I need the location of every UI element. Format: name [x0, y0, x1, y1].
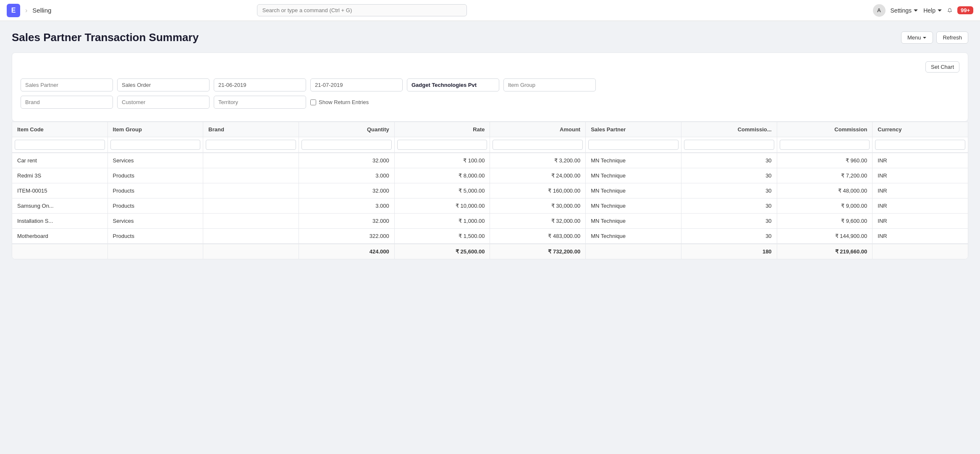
page: Sales Partner Transaction Summary Menu R… — [0, 21, 980, 269]
table-cell: ₹ 9,000.00 — [777, 198, 873, 214]
column-filter-row — [12, 137, 968, 153]
filter-rate-input[interactable] — [397, 140, 487, 150]
total-cell: 424.000 — [299, 244, 395, 259]
table-cell: MN Technique — [586, 183, 681, 198]
filter-item-group — [107, 137, 203, 153]
col-currency: Currency — [873, 122, 968, 137]
data-table: Item Code Item Group Brand Quantity Rate… — [12, 122, 968, 259]
table-row: Car rentServices32.000₹ 100.00₹ 3,200.00… — [12, 153, 968, 168]
filter-brand-input[interactable] — [206, 140, 296, 150]
total-cell: 180 — [681, 244, 777, 259]
table-header: Item Code Item Group Brand Quantity Rate… — [12, 122, 968, 137]
table-cell: ₹ 1,000.00 — [394, 214, 490, 229]
filter-commission-input[interactable] — [780, 140, 870, 150]
table-cell: Motherboard — [12, 229, 107, 244]
table-cell: ₹ 144,900.00 — [777, 229, 873, 244]
table-row: Redmi 3SProducts3.000₹ 8,000.00₹ 24,000.… — [12, 168, 968, 183]
app-icon[interactable]: E — [7, 4, 20, 17]
sales-partner-input[interactable] — [21, 78, 113, 91]
table-cell: 32.000 — [299, 183, 395, 198]
customer-input[interactable] — [117, 96, 210, 109]
table-cell: Redmi 3S — [12, 168, 107, 183]
table-cell: MN Technique — [586, 198, 681, 214]
refresh-button[interactable]: Refresh — [936, 31, 968, 44]
table-cell: 30 — [681, 183, 777, 198]
nav-separator: › — [25, 7, 27, 14]
filter-item-group-input[interactable] — [110, 140, 201, 150]
total-cell: ₹ 219,660.00 — [777, 244, 873, 259]
table-cell: Installation S... — [12, 214, 107, 229]
total-cell — [12, 244, 107, 259]
header-buttons: Menu Refresh — [901, 31, 968, 44]
set-chart-button[interactable]: Set Chart — [925, 61, 959, 73]
table-cell: 322.000 — [299, 229, 395, 244]
item-group-input[interactable] — [503, 78, 596, 91]
table-cell: 32.000 — [299, 153, 395, 168]
table-cell: ₹ 8,000.00 — [394, 168, 490, 183]
menu-button[interactable]: Menu — [901, 31, 933, 44]
table-cell: 3.000 — [299, 198, 395, 214]
filter-sales-partner-input[interactable] — [588, 140, 679, 150]
total-cell: ₹ 732,200.00 — [490, 244, 586, 259]
set-chart-row: Set Chart — [21, 61, 959, 73]
avatar[interactable]: A — [873, 4, 886, 17]
table-cell — [203, 229, 299, 244]
filter-currency-input[interactable] — [875, 140, 965, 150]
table-cell: ₹ 5,000.00 — [394, 183, 490, 198]
table-cell: INR — [873, 229, 968, 244]
filter-commission-rate-input[interactable] — [684, 140, 774, 150]
table-cell: ₹ 3,200.00 — [490, 153, 586, 168]
col-commission: Commission — [777, 122, 873, 137]
col-item-code: Item Code — [12, 122, 107, 137]
notifications-badge[interactable]: 99+ — [957, 6, 973, 14]
table-cell: ₹ 960.00 — [777, 153, 873, 168]
sales-order-input[interactable] — [117, 78, 210, 91]
filter-brand — [203, 137, 299, 153]
table-cell: Services — [107, 153, 203, 168]
table-cell: ₹ 32,000.00 — [490, 214, 586, 229]
filter-row-1 — [21, 78, 959, 91]
total-cell — [586, 244, 681, 259]
table-cell: ₹ 7,200.00 — [777, 168, 873, 183]
filter-amount-input[interactable] — [493, 140, 583, 150]
table-cell: MN Technique — [586, 229, 681, 244]
from-date-input[interactable] — [214, 78, 306, 91]
show-return-checkbox[interactable] — [310, 99, 316, 105]
table-cell: 30 — [681, 214, 777, 229]
filter-commission-rate — [681, 137, 777, 153]
search-input[interactable] — [257, 4, 467, 16]
settings-button[interactable]: Settings — [891, 7, 919, 14]
total-cell — [203, 244, 299, 259]
table-cell: MN Technique — [586, 153, 681, 168]
page-header: Sales Partner Transaction Summary Menu R… — [12, 31, 968, 44]
to-date-input[interactable] — [310, 78, 403, 91]
table-cell: INR — [873, 183, 968, 198]
table-cell — [203, 198, 299, 214]
filter-quantity-input[interactable] — [301, 140, 392, 150]
table-cell: ₹ 160,000.00 — [490, 183, 586, 198]
col-brand: Brand — [203, 122, 299, 137]
table-cell — [203, 183, 299, 198]
table-cell: MN Technique — [586, 214, 681, 229]
col-commission-rate-header: Commissio... — [681, 122, 777, 137]
table-cell: ITEM-00015 — [12, 183, 107, 198]
brand-input[interactable] — [21, 96, 113, 109]
table-cell: INR — [873, 168, 968, 183]
table-row: Installation S...Services32.000₹ 1,000.0… — [12, 214, 968, 229]
table-row: Samsung On...Products3.000₹ 10,000.00₹ 3… — [12, 198, 968, 214]
filter-item-code-input[interactable] — [15, 140, 105, 150]
table-cell: Services — [107, 214, 203, 229]
table-cell: 30 — [681, 229, 777, 244]
table-cell: Products — [107, 183, 203, 198]
help-button[interactable]: Help — [923, 7, 942, 14]
page-title: Sales Partner Transaction Summary — [12, 31, 199, 44]
show-return-label[interactable]: Show Return Entries — [310, 99, 369, 105]
table-cell: ₹ 483,000.00 — [490, 229, 586, 244]
company-input[interactable] — [407, 78, 499, 91]
table-cell: 30 — [681, 168, 777, 183]
table-cell: 32.000 — [299, 214, 395, 229]
table-cell: MN Technique — [586, 168, 681, 183]
notifications-button[interactable] — [947, 8, 952, 13]
table-cell: ₹ 100.00 — [394, 153, 490, 168]
territory-input[interactable] — [214, 96, 306, 109]
